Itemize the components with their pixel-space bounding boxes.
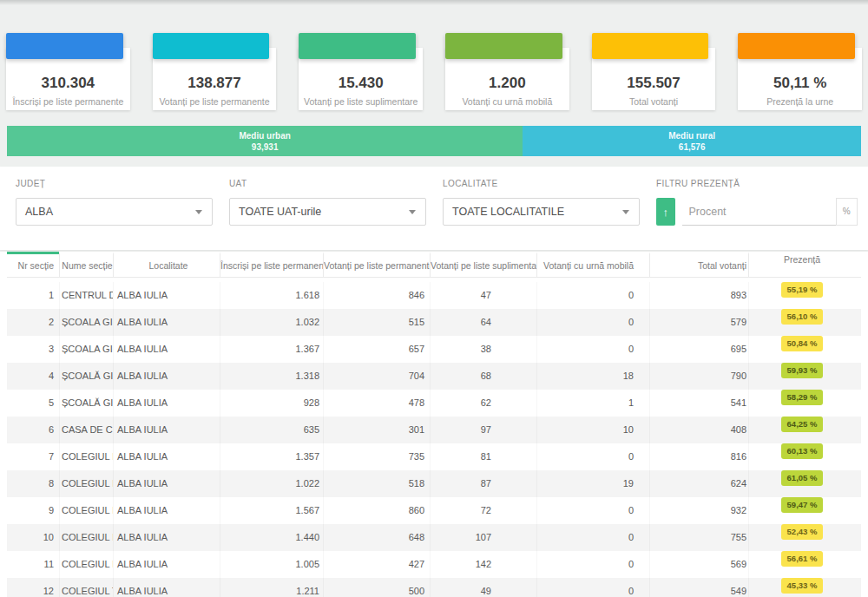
cell-mobila: 0 xyxy=(536,336,649,363)
stat-card-color-bar xyxy=(738,33,855,59)
table-row: 8 COLEGIUL N... ALBA IULIA 1.022 518 87 … xyxy=(7,470,861,497)
header-nr-sectie[interactable]: Nr secție xyxy=(7,252,59,278)
stat-card-color-bar xyxy=(299,33,416,59)
cell-mobila: 0 xyxy=(536,524,649,551)
table-row: 10 COLEGIUL N... ALBA IULIA 1.440 648 10… xyxy=(7,524,861,551)
header-inscrisi[interactable]: Înscriși pe liste permanente xyxy=(220,252,323,278)
stat-card: 155.507 Total votanți xyxy=(592,48,716,110)
cell-inscrisi: 1.032 xyxy=(220,309,323,336)
cell-suplimentare: 72 xyxy=(430,497,536,524)
cell-mobila: 0 xyxy=(536,497,649,524)
cell-nr: 7 xyxy=(7,443,59,470)
stat-card-label: Prezență la urne xyxy=(738,96,862,107)
stat-card: 15.430 Votanți pe liste suplimentare xyxy=(299,48,423,110)
stat-card-label: Votanți pe liste suplimentare xyxy=(299,96,423,107)
filter-select[interactable]: TOATE UAT-urile xyxy=(229,198,426,226)
chevron-down-icon xyxy=(195,210,202,214)
cell-mobila: 0 xyxy=(536,309,649,336)
cell-nr: 3 xyxy=(7,336,59,363)
presence-filter-input[interactable] xyxy=(682,198,836,226)
cell-permanente: 478 xyxy=(323,390,430,417)
filter-select-value: TOATE LOCALITATILE xyxy=(452,206,564,218)
cell-permanente: 657 xyxy=(323,336,430,363)
cell-suplimentare: 87 xyxy=(430,470,536,497)
cell-inscrisi: 1.567 xyxy=(220,497,323,524)
cell-mobila: 19 xyxy=(536,470,649,497)
cell-mobila: 0 xyxy=(536,578,649,597)
table-row: 12 COLEGIUL TE... ALBA IULIA 1.211 500 4… xyxy=(7,578,861,597)
cell-suplimentare: 68 xyxy=(430,363,536,390)
table-row: 4 ȘCOALĂ GIM... ALBA IULIA 1.318 704 68 … xyxy=(7,363,861,390)
segment-label: Mediu rural xyxy=(523,130,861,141)
stat-card-label: Înscriși pe liste permanente xyxy=(6,96,130,107)
presence-badge: 58,29 % xyxy=(781,390,824,405)
header-nume-sectie[interactable]: Nume secție xyxy=(59,252,113,278)
cell-localitate: ALBA IULIA xyxy=(113,524,220,551)
cell-suplimentare: 38 xyxy=(430,336,536,363)
cell-nume: CENTRUL DE ... xyxy=(59,282,113,309)
cell-permanente: 500 xyxy=(323,578,430,597)
filter-panel: JUDEȚ ALBA UAT TOATE UAT-urile LOCALITAT… xyxy=(0,167,868,250)
cell-inscrisi: 1.440 xyxy=(220,524,323,551)
stat-card-value: 15.430 xyxy=(299,75,423,92)
stat-card-value: 155.507 xyxy=(592,75,716,92)
cell-total: 624 xyxy=(649,470,748,497)
cell-nr: 5 xyxy=(7,390,59,417)
filter-label: LOCALITATE xyxy=(443,179,640,188)
header-urna-mobila[interactable]: Votanți cu urnă mobilă xyxy=(536,252,649,278)
header-votanti-permanente[interactable]: Votanți pe liste permanente xyxy=(323,252,430,278)
filter-group: UAT TOATE UAT-urile xyxy=(229,179,426,250)
cell-nr: 1 xyxy=(7,282,59,309)
sort-direction-button[interactable]: ↑ xyxy=(656,198,675,226)
cell-total: 932 xyxy=(649,497,748,524)
cell-permanente: 515 xyxy=(323,309,430,336)
table-row: 2 ȘCOALA GIM... ALBA IULIA 1.032 515 64 … xyxy=(7,309,861,336)
cell-nume: ȘCOALA GIM... xyxy=(59,309,113,336)
cell-localitate: ALBA IULIA xyxy=(113,363,220,390)
cell-suplimentare: 107 xyxy=(430,524,536,551)
cell-permanente: 648 xyxy=(323,524,430,551)
cell-nume: COLEGIUL EC... xyxy=(59,443,113,470)
medium-bar-segment: Mediu urban 93,931 xyxy=(7,126,523,156)
chevron-down-icon xyxy=(622,210,629,214)
cell-mobila: 18 xyxy=(536,363,649,390)
filter-select[interactable]: TOATE LOCALITATILE xyxy=(443,198,640,226)
segment-label: Mediu urban xyxy=(7,130,523,141)
cell-localitate: ALBA IULIA xyxy=(113,282,220,309)
cell-nr: 11 xyxy=(7,551,59,578)
cell-localitate: ALBA IULIA xyxy=(113,309,220,336)
percent-suffix: % xyxy=(836,198,858,226)
cell-localitate: ALBA IULIA xyxy=(113,497,220,524)
cell-prezenta: 61,05 % xyxy=(748,470,855,497)
cell-mobila: 0 xyxy=(536,282,649,309)
cell-prezenta: 52,43 % xyxy=(748,524,855,551)
cell-localitate: ALBA IULIA xyxy=(113,443,220,470)
chevron-down-icon xyxy=(409,210,416,214)
cell-mobila: 0 xyxy=(536,443,649,470)
cell-nume: COLEGIUL N... xyxy=(59,551,113,578)
cell-nume: ȘCOALĂ GIM... xyxy=(59,390,113,417)
filter-select[interactable]: ALBA xyxy=(16,198,213,226)
presence-badge: 55,19 % xyxy=(781,282,824,298)
stat-card-color-bar xyxy=(592,33,709,59)
cell-mobila: 1 xyxy=(536,390,649,417)
table-row: 6 CASA DE CUL... ALBA IULIA 635 301 97 1… xyxy=(7,417,861,443)
presence-badge: 56,61 % xyxy=(781,551,824,567)
segment-value: 93,931 xyxy=(7,141,523,153)
results-table: Nr secție Nume secție Localitate Înscriș… xyxy=(0,252,868,597)
cell-permanente: 301 xyxy=(323,417,430,443)
cell-prezenta: 55,19 % xyxy=(748,282,855,309)
header-votanti-suplimentare[interactable]: Votanți pe liste suplimentare xyxy=(430,252,536,278)
header-prezenta[interactable]: Prezență xyxy=(748,252,855,278)
cell-nr: 8 xyxy=(7,470,59,497)
cell-permanente: 427 xyxy=(323,551,430,578)
cell-nume: ȘCOALĂ GIM... xyxy=(59,363,113,390)
header-total-votanti[interactable]: Total votanți xyxy=(649,252,748,278)
header-localitate[interactable]: Localitate xyxy=(113,252,220,278)
cell-suplimentare: 47 xyxy=(430,282,536,309)
cell-prezenta: 64,25 % xyxy=(748,417,855,443)
stat-card-label: Votanți cu urnă mobilă xyxy=(445,96,569,107)
cell-inscrisi: 1.022 xyxy=(220,470,323,497)
filter-label: JUDEȚ xyxy=(16,179,213,188)
cell-nr: 6 xyxy=(7,417,59,443)
